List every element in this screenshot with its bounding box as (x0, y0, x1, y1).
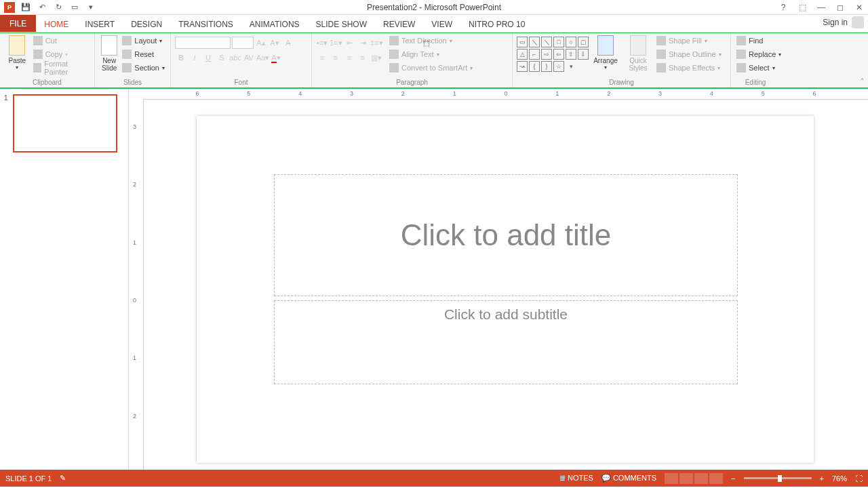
shape-line-icon[interactable]: ＼ (529, 37, 540, 47)
shape-l-icon[interactable]: ⌐ (529, 49, 540, 60)
slide-canvas[interactable]: Click to add title Click to add subtitle (197, 116, 814, 463)
help-icon[interactable]: ? (777, 3, 789, 12)
shape-arrow2-icon[interactable]: ⇦ (553, 49, 564, 60)
zoom-slider[interactable] (744, 477, 812, 479)
select-button[interactable]: Select▾ (735, 61, 776, 75)
title-placeholder[interactable]: Click to add title (274, 174, 738, 296)
text-direction-icon (389, 36, 399, 45)
shape-effects-button[interactable]: Shape Effects▾ (655, 61, 723, 75)
columns-button[interactable]: ▥▾ (370, 52, 382, 64)
zoom-in-icon[interactable]: + (820, 474, 824, 483)
justify-button[interactable]: ≡ (357, 52, 369, 64)
shadow-button[interactable]: S (216, 52, 228, 64)
format-painter-button[interactable]: Format Painter (32, 61, 90, 75)
arrange-button[interactable]: Arrange▾ (590, 34, 621, 72)
maximize-icon[interactable]: ◻ (834, 3, 846, 12)
slideshow-view-icon[interactable] (709, 473, 723, 484)
decrease-indent-button[interactable]: ⇤ (343, 37, 355, 49)
convert-smartart-button[interactable]: Convert to SmartArt▾ (388, 61, 474, 75)
shape-rrect-icon[interactable]: ▢ (578, 37, 589, 47)
font-name-select[interactable] (175, 37, 231, 49)
sorter-view-icon[interactable] (679, 473, 693, 484)
font-size-select[interactable] (232, 37, 254, 49)
subtitle-placeholder[interactable]: Click to add subtitle (274, 300, 738, 384)
shape-line2-icon[interactable]: ＼ (541, 37, 552, 47)
shape-circle-icon[interactable]: ○ (566, 37, 576, 47)
decrease-font-icon[interactable]: A▾ (269, 37, 281, 49)
start-from-beginning-icon[interactable]: ▭ (69, 2, 80, 13)
tab-slide-show[interactable]: SLIDE SHOW (308, 17, 375, 32)
change-case-button[interactable]: Aa▾ (256, 52, 269, 64)
italic-button[interactable]: I (189, 52, 201, 64)
shape-fill-button[interactable]: Shape Fill▾ (655, 34, 723, 47)
tab-review[interactable]: REVIEW (375, 17, 423, 32)
close-icon[interactable]: ✕ (853, 3, 865, 12)
undo-icon[interactable]: ↶ (37, 2, 47, 13)
tab-animations[interactable]: ANIMATIONS (241, 17, 308, 32)
quick-styles-button[interactable]: Quick Styles (623, 34, 654, 73)
shape-arrow3-icon[interactable]: ⇧ (566, 49, 576, 60)
cut-button[interactable]: Cut (32, 34, 90, 47)
shape-connector-icon[interactable]: ↝ (517, 61, 528, 72)
shape-rect-icon[interactable]: ▭ (517, 37, 528, 47)
numbering-button[interactable]: 1≡▾ (330, 37, 342, 49)
strikethrough-button[interactable]: abc (229, 52, 241, 64)
tab-home[interactable]: HOME (36, 17, 77, 32)
align-left-button[interactable]: ≡ (316, 52, 328, 64)
clear-formatting-icon[interactable]: A̶ (282, 37, 294, 49)
bullets-button[interactable]: •≡▾ (316, 37, 328, 49)
shape-star-icon[interactable]: ☆ (553, 61, 564, 72)
minimize-icon[interactable]: — (815, 3, 827, 12)
qat-dropdown-icon[interactable]: ▾ (85, 2, 96, 13)
spell-check-icon[interactable]: ✎ (60, 474, 66, 483)
zoom-level-label[interactable]: 76% (832, 474, 847, 483)
shape-square-icon[interactable]: □ (553, 37, 564, 47)
reset-button[interactable]: Reset (121, 47, 166, 61)
line-spacing-button[interactable]: ‡≡▾ (370, 37, 382, 49)
replace-button[interactable]: Replace▾ (735, 47, 783, 61)
shape-triangle-icon[interactable]: △ (517, 49, 528, 60)
ribbon-display-icon[interactable]: ⬚ (796, 3, 808, 12)
increase-font-icon[interactable]: A▴ (255, 37, 267, 49)
font-color-button[interactable]: A▾ (270, 52, 282, 64)
align-center-button[interactable]: ≡ (330, 52, 342, 64)
align-right-button[interactable]: ≡ (343, 52, 355, 64)
align-text-button[interactable]: Align Text▾ (388, 47, 474, 61)
char-spacing-button[interactable]: AV (243, 52, 255, 64)
tab-file[interactable]: FILE (0, 15, 36, 32)
bold-button[interactable]: B (175, 52, 187, 64)
shapes-gallery[interactable]: ▭ ＼ ＼ □ ○ ▢ △ ⌐ ⇨ ⇦ ⇧ ⇩ ↝ { } ☆ ▾ (517, 37, 589, 72)
fit-to-window-icon[interactable]: ⛶ (855, 474, 863, 483)
notes-button[interactable]: ≣ NOTES (559, 474, 593, 483)
normal-view-icon[interactable] (665, 473, 678, 484)
sign-in-link[interactable]: Sign in (823, 18, 848, 27)
shape-outline-button[interactable]: Shape Outline▾ (655, 47, 723, 61)
tab-view[interactable]: VIEW (423, 17, 460, 32)
section-button[interactable]: Section▾ (121, 61, 166, 75)
slide-thumbnail-1[interactable] (13, 94, 117, 152)
shape-brace-l-icon[interactable]: { (529, 61, 540, 72)
reading-view-icon[interactable] (694, 473, 708, 484)
shape-more-icon[interactable]: ▾ (566, 61, 576, 72)
find-button[interactable]: Find (735, 34, 764, 47)
redo-icon[interactable]: ↻ (53, 2, 64, 13)
paste-button[interactable]: Paste ▾ (4, 34, 31, 72)
tab-transitions[interactable]: TRANSITIONS (170, 17, 241, 32)
save-icon[interactable]: 💾 (20, 2, 31, 13)
user-avatar-icon[interactable] (852, 16, 864, 28)
collapse-ribbon-icon[interactable]: ˄ (861, 77, 864, 85)
copy-button[interactable]: Copy▾ (32, 47, 90, 61)
tab-design[interactable]: DESIGN (123, 17, 170, 32)
shape-arrow4-icon[interactable]: ⇩ (578, 49, 589, 60)
layout-button[interactable]: Layout▾ (121, 34, 166, 47)
new-slide-button[interactable]: New Slide (99, 34, 119, 73)
shape-arrow-icon[interactable]: ⇨ (541, 49, 552, 60)
zoom-out-icon[interactable]: − (731, 474, 735, 483)
underline-button[interactable]: U (202, 52, 214, 64)
comments-button[interactable]: 💬 COMMENTS (601, 474, 656, 483)
tab-insert[interactable]: INSERT (77, 17, 123, 32)
text-direction-button[interactable]: Text Direction▾ (388, 34, 474, 47)
shape-brace-r-icon[interactable]: } (541, 61, 552, 72)
increase-indent-button[interactable]: ⇥ (357, 37, 369, 49)
tab-nitro[interactable]: NITRO PRO 10 (460, 17, 533, 32)
